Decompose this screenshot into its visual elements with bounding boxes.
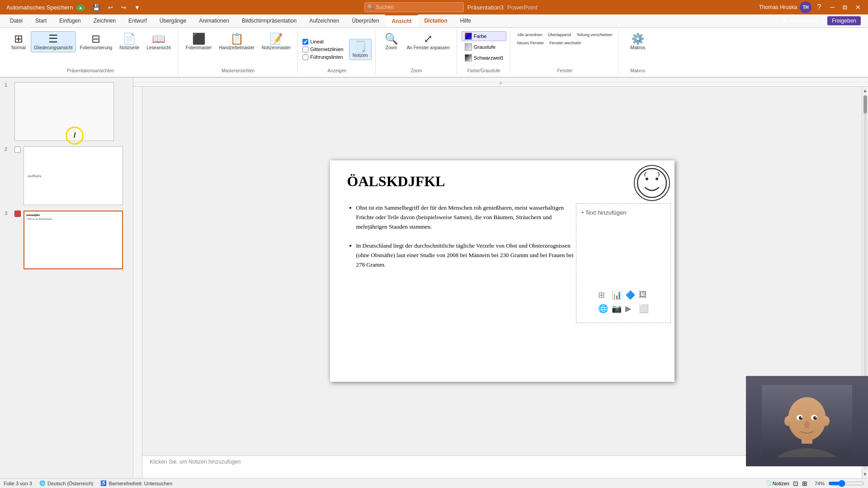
- ribbon: Datei Start Einfügen Zeichnen Entwurf Üb…: [0, 14, 868, 78]
- tab-datei[interactable]: Datei: [4, 14, 29, 27]
- tab-zeichnen[interactable]: Zeichnen: [87, 14, 122, 27]
- titlebar: Automatisches Speichern ● 💾 ↩ ↪ ▼ 🔍 Präs…: [0, 0, 868, 14]
- tab-start[interactable]: Start: [29, 14, 53, 27]
- tab-aufzeichnen[interactable]: Aufzeichnen: [303, 14, 345, 27]
- zoom-level: 74%: [815, 481, 825, 486]
- slide-placeholder[interactable]: • Text hinzufügen ⊞ 📊 🔷 🖼 🌐 📷 ▶ ⬜: [576, 203, 671, 323]
- svg-point-16: [801, 417, 802, 418]
- tab-hilfe[interactable]: Hilfe: [454, 14, 477, 27]
- view-gliederung-btn[interactable]: ☰ Gliederungsansicht: [31, 31, 76, 52]
- help-icon[interactable]: ?: [814, 2, 824, 12]
- tab-entwurf[interactable]: Entwurf: [122, 14, 153, 27]
- handzettelmaster-btn[interactable]: 📋 Handzettelmaster: [216, 31, 257, 52]
- tab-uebergaenge[interactable]: Übergänge: [153, 14, 193, 27]
- zoom-btn[interactable]: 🔍 Zoom: [380, 31, 403, 52]
- ribbon-group-anzeigen: Lineal Gitternetzlinien Führungslinien 🗒…: [299, 29, 375, 75]
- schwarzweiss-label: Schwarzweiß: [474, 55, 503, 61]
- folienmaster-btn[interactable]: ⬛ Folienmaster: [183, 31, 215, 52]
- teilung-btn[interactable]: Teilung verschieben: [574, 31, 615, 38]
- slide-content[interactable]: Obst ist ein Sammelbegriff der für den M…: [347, 203, 578, 279]
- view-grid-status-btn[interactable]: ⊞: [802, 480, 807, 487]
- zoom-slider[interactable]: [828, 480, 864, 487]
- bullet-1: Obst ist ein Sammelbegriff der für den M…: [356, 203, 578, 231]
- view-leseansicht-btn[interactable]: 📖 Leseansicht: [143, 31, 174, 52]
- accessibility: ♿ Barrierefreiheit: Untersuchen: [100, 480, 172, 486]
- svg-point-17: [816, 417, 817, 418]
- check-gitternetz[interactable]: Gitternetzlinien: [302, 47, 343, 52]
- makros-btn[interactable]: ⚙️ Makros: [627, 31, 649, 52]
- graustufe-btn[interactable]: Graustufe: [462, 42, 506, 52]
- undo-button[interactable]: ↩: [105, 3, 116, 12]
- online-pic-icon[interactable]: 🌐: [598, 304, 608, 314]
- ribbon-collapse-button[interactable]: ∧: [858, 1, 864, 8]
- fenster-bottom-row: Neues Fenster Fenster wechseln: [515, 39, 615, 47]
- slide-title[interactable]: ÖALSKDJFKL: [347, 173, 445, 190]
- shape-icon[interactable]: ⬜: [639, 304, 649, 314]
- notizen-btn[interactable]: 🗒️ Notizen: [349, 39, 372, 60]
- person-placeholder: [746, 376, 868, 466]
- tab-bildschirm[interactable]: Bildschirmpräsentation: [236, 14, 303, 27]
- tab-dictation[interactable]: Dictation: [418, 14, 453, 27]
- svg-point-18: [804, 421, 810, 428]
- notizen-status-btn[interactable]: 🗒️ Notizen: [765, 480, 789, 486]
- scroll-thumb[interactable]: [863, 95, 867, 113]
- notizseite-icon: 📄: [123, 33, 136, 44]
- slide-thumb-2[interactable]: 2 asdfkafa: [4, 145, 129, 206]
- scroll-down-arrow[interactable]: ▼: [862, 470, 868, 478]
- autosave-toggle[interactable]: Automatisches Speichern ●: [4, 3, 87, 12]
- view-notizseite-btn[interactable]: 📄 Notizseite: [116, 31, 142, 52]
- gitternetz-checkbox[interactable]: [302, 47, 308, 52]
- tab-animationen[interactable]: Animationen: [193, 14, 236, 27]
- aufzeichnen-button[interactable]: ⏺ Aufzeichnen: [777, 16, 824, 26]
- teilung-label: Teilung verschieben: [576, 33, 613, 37]
- redo-button[interactable]: ↪: [118, 3, 129, 12]
- chart-icon[interactable]: 📊: [612, 290, 622, 300]
- alle-anordnen-btn[interactable]: Alle anordnen: [515, 31, 545, 38]
- anpassen-btn[interactable]: ⤢ An Fenster anpassen: [404, 31, 453, 52]
- smartart-icon[interactable]: 🔷: [625, 290, 635, 300]
- slide-panel[interactable]: 1 2 asdfkafa 3 öalskdjfkl • Obst ist ein…: [0, 78, 133, 478]
- check-fuehrungslinien[interactable]: Führungslinien: [302, 54, 343, 60]
- slide-thumb-3[interactable]: 3 öalskdjfkl • Obst ist ein Sammelbegrif…: [4, 210, 129, 270]
- quickaccess-more[interactable]: ▼: [132, 3, 143, 12]
- slide-preview-2: asdfkafa: [24, 146, 123, 205]
- lineal-checkbox[interactable]: [302, 39, 308, 45]
- schwarzweiss-btn[interactable]: Schwarzweiß: [462, 53, 506, 63]
- save-button[interactable]: 💾: [90, 3, 103, 12]
- fuehrungslinien-checkbox[interactable]: [302, 54, 308, 60]
- restore-button[interactable]: ⧉: [839, 3, 851, 12]
- tab-ansicht[interactable]: Ansicht: [385, 14, 418, 27]
- neues-fenster-btn[interactable]: Neues Fenster: [515, 39, 546, 47]
- notizen-status-icon: 🗒️: [765, 480, 772, 486]
- view-normal-btn[interactable]: ⊞ Normal: [7, 31, 30, 52]
- tab-ueberpruefen[interactable]: Überprüfen: [345, 14, 385, 27]
- anzeigen-content: Lineal Gitternetzlinien Führungslinien 🗒…: [302, 31, 371, 67]
- table-icon[interactable]: ⊞: [598, 290, 608, 300]
- ribbon-group-zoom: 🔍 Zoom ⤢ An Fenster anpassen Zoom: [377, 29, 457, 75]
- notizenmaster-btn[interactable]: 📝 Notizenmaster: [259, 31, 294, 52]
- ribbon-group-farbe: Farbe Graustufe Schwarzweiß Farbe/Graust…: [458, 29, 510, 75]
- slide-thumb-1[interactable]: 1: [4, 81, 129, 142]
- user-initials: TH: [803, 5, 809, 10]
- view-foliensortierung-btn[interactable]: ⊟ Foliensortierung: [77, 31, 116, 52]
- scroll-up-arrow[interactable]: ▲: [862, 87, 868, 94]
- tab-einfuegen[interactable]: Einfügen: [53, 14, 87, 27]
- farbe-btn[interactable]: Farbe: [462, 31, 506, 41]
- minimize-button[interactable]: ─: [826, 3, 838, 12]
- freigeben-button[interactable]: Freigeben: [827, 16, 861, 25]
- view-normal-status-btn[interactable]: ⊡: [793, 480, 798, 487]
- picture-icon[interactable]: 🖼: [639, 290, 649, 300]
- normal-icon: ⊞: [14, 33, 23, 44]
- alle-anordnen-label: Alle anordnen: [517, 33, 542, 37]
- video-icon[interactable]: ▶: [625, 304, 635, 314]
- gliederung-label: Gliederungsansicht: [34, 45, 73, 50]
- slide-canvas[interactable]: ÖALSKDJFKL: [330, 160, 675, 382]
- ueberlappend-btn[interactable]: Überlappend: [546, 31, 574, 38]
- check-lineal[interactable]: Lineal: [302, 39, 343, 45]
- search-input[interactable]: [364, 2, 464, 12]
- fenster-wechseln-btn[interactable]: Fenster wechseln: [547, 39, 584, 47]
- placeholder-text: • Text hinzufügen: [582, 209, 627, 216]
- photo-icon[interactable]: 📷: [612, 304, 622, 314]
- fenster-content: Alle anordnen Überlappend Teilung versch…: [515, 31, 615, 67]
- ribbon-tabs: Datei Start Einfügen Zeichnen Entwurf Üb…: [0, 14, 868, 28]
